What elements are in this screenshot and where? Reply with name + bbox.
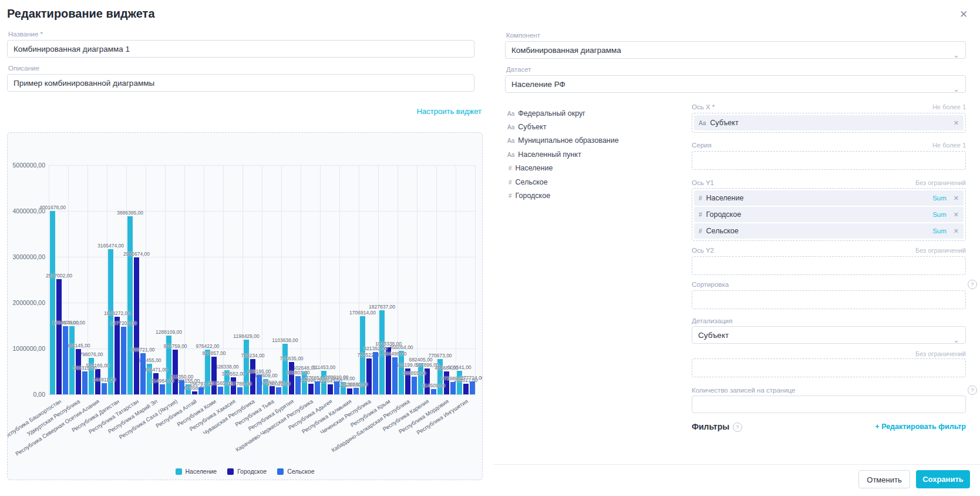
component-select[interactable]: Комбинированная диаграмма ⌄	[505, 41, 966, 59]
axis-y1-chip[interactable]: # Население Sum ✕	[694, 190, 964, 206]
extra-dropzone[interactable]	[692, 358, 966, 377]
bar-value-label: 138880,00	[344, 381, 368, 387]
bar-value-label: 769234,00	[241, 353, 264, 358]
footer-divider	[493, 464, 980, 465]
records-per-page-input[interactable]	[692, 396, 966, 413]
bar-value-label: 2986674,00	[123, 251, 150, 257]
cancel-button[interactable]: Отменить	[858, 470, 910, 488]
gridline	[456, 165, 456, 394]
bar	[431, 389, 436, 394]
extra-hint: Без ограничений	[848, 350, 966, 357]
bar	[308, 384, 314, 394]
bar-value-label: 2517002,00	[46, 273, 72, 279]
close-icon[interactable]: ✕	[959, 9, 968, 19]
bar-value-label: 401803,00	[286, 370, 309, 376]
gridline	[165, 165, 166, 394]
axis-y1-hint: Без ограничений	[848, 179, 966, 186]
bar-value-label: 976759,00	[163, 343, 187, 349]
field-name: Субъект	[518, 123, 546, 131]
axis-y2-label: Ось Y2	[692, 247, 714, 254]
bar-value-label: 1484676,00	[52, 320, 79, 326]
sorting-dropzone[interactable]	[692, 290, 966, 309]
gridline	[87, 165, 88, 394]
save-button[interactable]: Сохранить	[916, 470, 970, 488]
bar	[82, 371, 87, 394]
chart-card: 0,001000000,002000000,003000000,00400000…	[7, 132, 483, 480]
dataset-field-item[interactable]: #Городское	[508, 192, 550, 200]
axis-x-chip[interactable]: Аа Субъект ✕	[694, 115, 964, 130]
series-dropzone[interactable]	[692, 151, 966, 170]
remove-icon[interactable]: ✕	[954, 211, 959, 219]
y-axis-tick: 0,00	[7, 391, 45, 398]
dataset-field-item[interactable]: АаМуниципальное образование	[507, 136, 619, 145]
configure-widget-link[interactable]: Настроить виджет	[417, 107, 481, 116]
help-icon[interactable]: ?	[968, 386, 977, 395]
bar	[179, 380, 184, 394]
bar	[257, 375, 262, 394]
text-type-icon: Аа	[507, 124, 514, 130]
legend-label: Городское	[237, 468, 267, 475]
legend-item[interactable]: Сельское	[277, 468, 314, 475]
chevron-down-icon: ⌄	[953, 331, 959, 344]
bar-value-label: 244911,00	[93, 377, 116, 383]
legend-item[interactable]: Население	[176, 468, 217, 475]
remove-icon[interactable]: ✕	[954, 119, 959, 127]
text-type-icon: Аа	[507, 110, 514, 117]
legend-item[interactable]: Городское	[227, 468, 267, 475]
axis-x-hint: Не более 1	[848, 103, 966, 110]
gridline	[378, 165, 379, 394]
dataset-field-item[interactable]: АаФедеральный округ	[507, 109, 585, 118]
text-type-icon: Аа	[507, 152, 514, 158]
bar-value-label: 496684,00	[435, 365, 458, 371]
aggregation-badge[interactable]: Sum	[932, 195, 947, 202]
bar	[76, 349, 81, 394]
help-icon[interactable]: ?	[968, 280, 977, 289]
bar	[63, 326, 68, 394]
bar-value-label: 3886395,00	[117, 210, 143, 216]
detail-value: Субъект	[698, 331, 729, 340]
bar-value-label: 500315,00	[73, 365, 96, 371]
bar	[328, 384, 333, 394]
axis-y2-dropzone[interactable]	[692, 256, 966, 275]
field-name: Федеральный округ	[518, 109, 585, 118]
bar-value-label: 511453,00	[312, 364, 336, 370]
field-name: Население	[516, 164, 553, 172]
name-input[interactable]: Комбинированная диаграмма 1	[7, 40, 474, 58]
bar	[198, 387, 204, 394]
edit-filter-link[interactable]: + Редактировать фильтр	[875, 423, 966, 431]
help-icon[interactable]: ?	[733, 423, 742, 432]
bar	[218, 387, 223, 394]
gridline	[475, 165, 476, 394]
dataset-field-item[interactable]: #Сельское	[508, 178, 548, 186]
dataset-field-item[interactable]: #Население	[508, 164, 553, 172]
remove-icon[interactable]: ✕	[954, 227, 959, 235]
bar-value-label: 429195,00	[247, 368, 271, 374]
dataset-select[interactable]: Население РФ ⌄	[505, 75, 966, 93]
bar	[102, 383, 107, 394]
bar-value-label: 1706914,00	[349, 310, 376, 316]
detail-select[interactable]: Субъект ⌄	[692, 326, 966, 344]
aggregation-badge[interactable]: Sum	[932, 227, 947, 234]
axis-y1-chip[interactable]: # Сельское Sum ✕	[694, 223, 964, 239]
bar-value-label: 1688272,00	[104, 310, 130, 316]
description-label: Описание	[8, 65, 39, 72]
bar	[392, 357, 398, 394]
description-input[interactable]: Пример комбинированной диаграммы	[7, 74, 474, 92]
chart-legend[interactable]: НаселениеГородскоеСельское	[8, 468, 482, 475]
gridline	[223, 165, 224, 394]
number-type-icon: #	[508, 193, 512, 199]
y-axis-tick: 1000000,00	[7, 345, 45, 352]
dataset-field-item[interactable]: АаНаселенный пункт	[507, 150, 581, 159]
axis-y1-label: Ось Y1	[692, 179, 714, 186]
bar-value-label: 1827837,00	[369, 304, 395, 310]
dataset-field-item[interactable]: АаСубъект	[507, 123, 547, 131]
bar	[270, 386, 275, 394]
bar-value-label: 528338,00	[215, 364, 238, 370]
gridline	[184, 165, 185, 394]
axis-y1-dropzone[interactable]: # Население Sum ✕ # Городское Sum ✕ # Се…	[692, 188, 966, 241]
aggregation-badge[interactable]: Sum	[932, 211, 947, 218]
bar-value-label: 798076,00	[79, 351, 103, 357]
axis-y1-chip[interactable]: # Городское Sum ✕	[694, 207, 964, 222]
axis-x-dropzone[interactable]: Аа Субъект ✕	[692, 113, 966, 133]
remove-icon[interactable]: ✕	[954, 195, 959, 202]
